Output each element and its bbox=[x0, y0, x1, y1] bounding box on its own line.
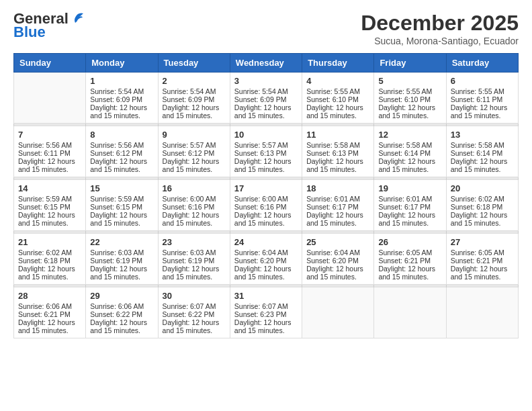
sunrise-label: Sunrise: 6:04 AM bbox=[234, 248, 288, 257]
table-row: 28 Sunrise: 6:06 AM Sunset: 6:21 PM Dayl… bbox=[14, 287, 86, 338]
table-row: 8 Sunrise: 5:56 AM Sunset: 6:12 PM Dayli… bbox=[86, 126, 158, 177]
daylight-label: Daylight: 12 hours and 15 minutes. bbox=[234, 265, 292, 281]
day-number: 5 bbox=[378, 76, 441, 86]
sunrise-label: Sunrise: 5:59 AM bbox=[18, 195, 72, 203]
sunrise-label: Sunrise: 5:55 AM bbox=[451, 87, 504, 95]
sunrise-label: Sunrise: 5:58 AM bbox=[451, 141, 504, 149]
daylight-label: Daylight: 12 hours and 15 minutes. bbox=[234, 103, 292, 120]
table-row: 3 Sunrise: 5:54 AM Sunset: 6:09 PM Dayli… bbox=[230, 73, 302, 124]
daylight-label: Daylight: 12 hours and 15 minutes. bbox=[163, 157, 220, 173]
calendar-week-row: 7 Sunrise: 5:56 AM Sunset: 6:11 PM Dayli… bbox=[14, 126, 519, 177]
table-row bbox=[374, 287, 446, 338]
table-row: 5 Sunrise: 5:55 AM Sunset: 6:10 PM Dayli… bbox=[374, 73, 446, 124]
sunset-label: Sunset: 6:22 PM bbox=[163, 310, 215, 318]
sunset-label: Sunset: 6:13 PM bbox=[306, 149, 359, 157]
table-row: 17 Sunrise: 6:00 AM Sunset: 6:16 PM Dayl… bbox=[230, 180, 302, 231]
day-number: 13 bbox=[451, 130, 514, 140]
sunrise-label: Sunrise: 5:54 AM bbox=[234, 87, 288, 95]
calendar-week-row: 1 Sunrise: 5:54 AM Sunset: 6:09 PM Dayli… bbox=[14, 73, 519, 124]
table-row: 1 Sunrise: 5:54 AM Sunset: 6:09 PM Dayli… bbox=[86, 73, 158, 124]
table-row: 25 Sunrise: 6:04 AM Sunset: 6:20 PM Dayl… bbox=[302, 234, 374, 285]
table-row: 11 Sunrise: 5:58 AM Sunset: 6:13 PM Dayl… bbox=[302, 126, 374, 177]
table-row: 29 Sunrise: 6:06 AM Sunset: 6:22 PM Dayl… bbox=[86, 287, 158, 338]
day-number: 8 bbox=[90, 130, 153, 140]
table-row: 21 Sunrise: 6:02 AM Sunset: 6:18 PM Dayl… bbox=[14, 234, 86, 285]
table-row: 6 Sunrise: 5:55 AM Sunset: 6:11 PM Dayli… bbox=[446, 73, 518, 124]
daylight-label: Daylight: 12 hours and 15 minutes. bbox=[90, 318, 147, 334]
sunset-label: Sunset: 6:21 PM bbox=[378, 257, 431, 265]
table-row: 27 Sunrise: 6:05 AM Sunset: 6:21 PM Dayl… bbox=[446, 234, 518, 285]
daylight-label: Daylight: 12 hours and 15 minutes. bbox=[306, 157, 363, 173]
day-number: 11 bbox=[306, 130, 369, 140]
table-row bbox=[446, 287, 518, 338]
daylight-label: Daylight: 12 hours and 15 minutes. bbox=[378, 211, 435, 227]
sunrise-label: Sunrise: 6:06 AM bbox=[90, 302, 144, 310]
header-sunday: Sunday bbox=[14, 54, 86, 73]
day-number: 30 bbox=[163, 291, 226, 301]
sunrise-label: Sunrise: 6:01 AM bbox=[378, 195, 432, 203]
sunrise-label: Sunrise: 6:07 AM bbox=[163, 302, 216, 310]
sunset-label: Sunset: 6:18 PM bbox=[18, 257, 71, 265]
calendar-week-row: 21 Sunrise: 6:02 AM Sunset: 6:18 PM Dayl… bbox=[14, 234, 519, 285]
sunrise-label: Sunrise: 5:55 AM bbox=[306, 87, 360, 95]
weekday-header-row: Sunday Monday Tuesday Wednesday Thursday… bbox=[14, 54, 519, 73]
table-row: 26 Sunrise: 6:05 AM Sunset: 6:21 PM Dayl… bbox=[374, 234, 446, 285]
table-row: 24 Sunrise: 6:04 AM Sunset: 6:20 PM Dayl… bbox=[230, 234, 302, 285]
daylight-label: Daylight: 12 hours and 15 minutes. bbox=[451, 157, 508, 173]
day-number: 16 bbox=[163, 183, 226, 193]
day-number: 23 bbox=[163, 237, 226, 247]
sunset-label: Sunset: 6:11 PM bbox=[18, 149, 71, 157]
logo-blue-text: Blue bbox=[13, 24, 46, 40]
calendar-week-row: 28 Sunrise: 6:06 AM Sunset: 6:21 PM Dayl… bbox=[14, 287, 519, 338]
sunset-label: Sunset: 6:14 PM bbox=[451, 149, 503, 157]
sunset-label: Sunset: 6:09 PM bbox=[234, 95, 287, 103]
day-number: 4 bbox=[306, 76, 369, 86]
header-wednesday: Wednesday bbox=[230, 54, 302, 73]
sunrise-label: Sunrise: 6:02 AM bbox=[451, 195, 504, 203]
sunrise-label: Sunrise: 6:05 AM bbox=[378, 248, 432, 257]
sunset-label: Sunset: 6:16 PM bbox=[234, 203, 287, 211]
day-number: 1 bbox=[90, 76, 153, 86]
sunrise-label: Sunrise: 6:00 AM bbox=[163, 195, 216, 203]
sunset-label: Sunset: 6:23 PM bbox=[234, 310, 287, 318]
daylight-label: Daylight: 12 hours and 15 minutes. bbox=[163, 103, 220, 120]
sunrise-label: Sunrise: 6:03 AM bbox=[163, 248, 216, 257]
daylight-label: Daylight: 12 hours and 15 minutes. bbox=[90, 211, 147, 227]
table-row: 23 Sunrise: 6:03 AM Sunset: 6:19 PM Dayl… bbox=[158, 234, 230, 285]
table-row: 13 Sunrise: 5:58 AM Sunset: 6:14 PM Dayl… bbox=[446, 126, 518, 177]
sunrise-label: Sunrise: 5:55 AM bbox=[378, 87, 432, 95]
day-number: 31 bbox=[234, 291, 298, 301]
header-monday: Monday bbox=[86, 54, 158, 73]
sunrise-label: Sunrise: 6:02 AM bbox=[18, 248, 72, 257]
daylight-label: Daylight: 12 hours and 15 minutes. bbox=[234, 318, 292, 334]
sunrise-label: Sunrise: 6:01 AM bbox=[306, 195, 360, 203]
sunset-label: Sunset: 6:17 PM bbox=[378, 203, 431, 211]
sunrise-label: Sunrise: 6:07 AM bbox=[234, 302, 288, 310]
day-number: 3 bbox=[234, 76, 298, 86]
sunset-label: Sunset: 6:15 PM bbox=[90, 203, 142, 211]
daylight-label: Daylight: 12 hours and 15 minutes. bbox=[378, 103, 435, 120]
day-number: 14 bbox=[18, 183, 81, 193]
logo-bird-icon bbox=[70, 11, 85, 24]
header-tuesday: Tuesday bbox=[158, 54, 230, 73]
sunset-label: Sunset: 6:20 PM bbox=[306, 257, 359, 265]
sunset-label: Sunset: 6:22 PM bbox=[90, 310, 142, 318]
month-title: December 2025 bbox=[361, 11, 519, 36]
day-number: 29 bbox=[90, 291, 153, 301]
table-row: 30 Sunrise: 6:07 AM Sunset: 6:22 PM Dayl… bbox=[158, 287, 230, 338]
page-header: General Blue December 2025 Sucua, Morona… bbox=[13, 11, 519, 46]
table-row: 9 Sunrise: 5:57 AM Sunset: 6:12 PM Dayli… bbox=[158, 126, 230, 177]
daylight-label: Daylight: 12 hours and 15 minutes. bbox=[18, 318, 75, 334]
sunrise-label: Sunrise: 5:58 AM bbox=[306, 141, 360, 149]
day-number: 12 bbox=[378, 130, 441, 140]
daylight-label: Daylight: 12 hours and 15 minutes. bbox=[163, 318, 220, 334]
sunrise-label: Sunrise: 6:04 AM bbox=[306, 248, 360, 257]
daylight-label: Daylight: 12 hours and 15 minutes. bbox=[234, 157, 292, 173]
table-row: 14 Sunrise: 5:59 AM Sunset: 6:15 PM Dayl… bbox=[14, 180, 86, 231]
table-row: 18 Sunrise: 6:01 AM Sunset: 6:17 PM Dayl… bbox=[302, 180, 374, 231]
sunset-label: Sunset: 6:13 PM bbox=[234, 149, 287, 157]
sunset-label: Sunset: 6:12 PM bbox=[163, 149, 215, 157]
sunset-label: Sunset: 6:21 PM bbox=[451, 257, 503, 265]
day-number: 21 bbox=[18, 237, 81, 247]
sunset-label: Sunset: 6:17 PM bbox=[306, 203, 359, 211]
